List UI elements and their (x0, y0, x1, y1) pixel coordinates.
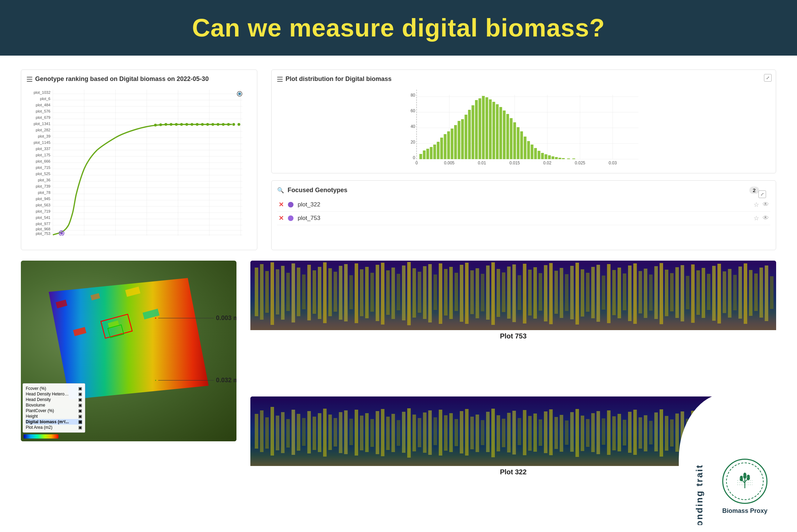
star-322-button[interactable]: ☆ (754, 201, 759, 208)
svg-rect-140 (555, 157, 558, 159)
svg-rect-105 (433, 145, 436, 159)
focused-genotypes-panel: 🔍 Focused Genotypes 2 ⤢ ✕ plot_322 ☆ 👁 (271, 180, 776, 250)
genotype-row-322: ✕ plot_322 ☆ 👁 (277, 198, 770, 212)
ranking-chart-panel: Genotype ranking based on Digital biomas… (21, 69, 257, 250)
map-panel: Company ICARDA Site trial_site Date 2022… (21, 261, 236, 525)
plots-panel: Plot 753 (250, 261, 776, 525)
plant-logo-icon (734, 471, 755, 492)
svg-rect-130 (520, 131, 523, 159)
svg-point-63 (196, 123, 199, 126)
legend-row-digital-biomass[interactable]: Digital biomass (m³/... ▣ (26, 419, 82, 425)
svg-rect-115 (468, 110, 471, 159)
svg-rect-263 (250, 261, 776, 330)
svg-text:plot_968: plot_968 (36, 227, 50, 231)
svg-text:0.025: 0.025 (575, 161, 585, 165)
distribution-chart-title: Plot distribution for Digital biomass (277, 75, 770, 83)
corresponding-trait-text: Corresponding trait (694, 464, 705, 525)
svg-text:plot_6: plot_6 (40, 97, 50, 101)
corresponding-trait-section: Corresponding trait (679, 358, 776, 525)
svg-point-55 (154, 124, 157, 126)
legend-row-height[interactable]: Height ▣ (26, 414, 82, 419)
logo-outer-circle (722, 459, 767, 504)
legend-row-fcover[interactable]: Fcover (%) ▣ (26, 386, 82, 391)
svg-rect-144 (572, 158, 575, 159)
svg-rect-112 (458, 121, 460, 159)
svg-text:0.01: 0.01 (478, 161, 486, 165)
svg-rect-129 (517, 127, 520, 159)
svg-point-73 (238, 92, 241, 95)
svg-point-67 (217, 123, 219, 126)
eye-322-button[interactable]: 👁 (763, 201, 769, 208)
logo-inner-circle (726, 463, 764, 500)
svg-rect-114 (465, 115, 467, 159)
svg-text:plot_36: plot_36 (38, 178, 50, 182)
svg-rect-138 (548, 155, 551, 159)
svg-text:plot_1341: plot_1341 (34, 122, 50, 126)
svg-rect-104 (430, 147, 433, 159)
svg-point-62 (191, 123, 193, 126)
genotype-actions-322: ☆ 👁 (754, 201, 769, 208)
annotation-032-text: 0.032 m³/m² (216, 377, 236, 384)
legend-row-plot-area[interactable]: Plot Area (m2) ▣ (26, 425, 82, 430)
plot-753-svg (250, 261, 776, 330)
plot-753-label: Plot 753 (250, 330, 776, 342)
svg-text:plot_666: plot_666 (36, 159, 50, 163)
svg-point-60 (180, 123, 183, 126)
search-icon: 🔍 (277, 187, 284, 194)
genotype-name-753: plot_753 (298, 215, 749, 222)
svg-rect-128 (513, 122, 516, 159)
svg-point-61 (185, 123, 188, 126)
svg-point-68 (222, 123, 225, 126)
svg-rect-121 (489, 99, 492, 159)
star-753-button[interactable]: ☆ (754, 214, 759, 222)
focused-header: 🔍 Focused Genotypes 2 ⤢ (277, 186, 770, 194)
annotation-032: 0.032 m³/m² (155, 377, 236, 384)
legend-row-plantcover[interactable]: PlantCover (%) ▣ (26, 408, 82, 414)
svg-text:0.005: 0.005 (444, 161, 454, 165)
annotation-003-text: 0.003 m³/m² (216, 314, 236, 322)
svg-point-70 (232, 123, 235, 126)
svg-text:0: 0 (416, 161, 418, 165)
svg-rect-132 (527, 141, 530, 159)
svg-text:plot_719: plot_719 (36, 209, 50, 213)
svg-text:plot_679: plot_679 (36, 115, 50, 120)
legend-row-head-density-h[interactable]: Head Density Heterogen... ▣ (26, 391, 82, 397)
svg-text:plot_484: plot_484 (36, 103, 50, 107)
expand-focused-icon[interactable]: ⤢ (758, 190, 766, 198)
bottom-row: Company ICARDA Site trial_site Date 2022… (21, 261, 776, 525)
svg-rect-110 (451, 129, 453, 159)
plot-753-heatmap (250, 261, 776, 330)
svg-text:plot_945: plot_945 (36, 197, 50, 201)
right-panel: ⤢ Plot distribution for Digital biomass … (271, 69, 776, 250)
svg-text:0.015: 0.015 (509, 161, 520, 165)
legend-row-head-density[interactable]: Head Density ▣ (26, 397, 82, 402)
eye-753-button[interactable]: 👁 (763, 214, 769, 222)
svg-point-59 (175, 123, 178, 126)
svg-point-64 (201, 123, 204, 126)
svg-point-58 (170, 123, 172, 126)
svg-point-65 (206, 123, 209, 126)
svg-rect-106 (437, 142, 440, 159)
svg-rect-101 (419, 154, 422, 159)
genotype-row-753: ✕ plot_753 ☆ 👁 (277, 212, 770, 225)
svg-rect-136 (541, 153, 544, 159)
legend-row-biovolume[interactable]: Biovolume ▣ (26, 402, 82, 408)
svg-text:0.02: 0.02 (543, 161, 552, 165)
svg-rect-134 (534, 148, 537, 159)
ranking-chart-svg: plot_1032 plot_6 plot_484 plot_576 plot_… (27, 86, 249, 236)
logo-label: Biomass Proxy (722, 507, 767, 515)
svg-rect-143 (567, 158, 570, 159)
svg-text:plot_78: plot_78 (38, 190, 50, 195)
svg-rect-103 (426, 149, 429, 159)
remove-753-button[interactable]: ✕ (279, 214, 284, 222)
distribution-chart-panel: ⤢ Plot distribution for Digital biomass … (271, 69, 776, 173)
genotype-color-322 (288, 202, 293, 207)
logo-area: Biomass Proxy (722, 459, 767, 515)
svg-rect-123 (496, 104, 499, 159)
main-content: Genotype ranking based on Digital biomas… (0, 56, 797, 532)
remove-322-button[interactable]: ✕ (279, 201, 284, 208)
svg-point-71 (238, 123, 240, 126)
svg-text:plot_337: plot_337 (36, 147, 50, 151)
expand-icon[interactable]: ⤢ (764, 74, 772, 82)
map-image: Company ICARDA Site trial_site Date 2022… (21, 261, 236, 441)
